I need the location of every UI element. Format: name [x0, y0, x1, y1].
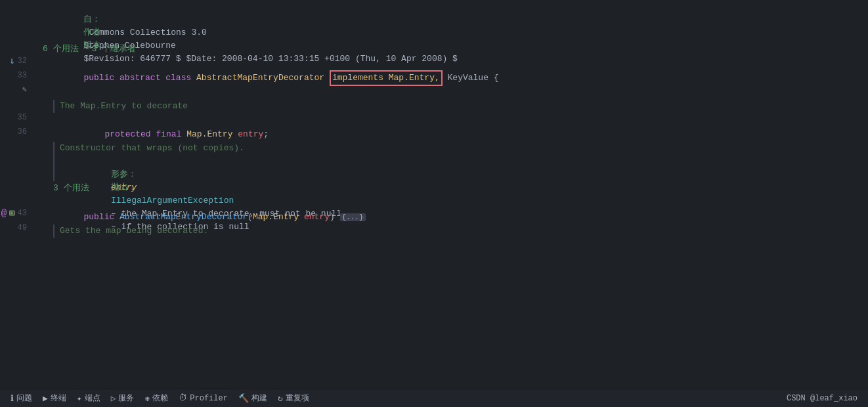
code-line-35: protected final Map.Entry entry;: [43, 113, 868, 127]
status-bar: ℹ 问题 ▶ 终端 ✦ 端点 ▷ 服务 ❋ 依赖 ⏱ Profiler 🔨 构建…: [0, 389, 868, 407]
dependencies-label: 依赖: [152, 393, 168, 404]
build-icon: 🔨: [238, 393, 249, 404]
duplicates-icon: ↻: [278, 393, 283, 404]
dependencies-icon: ❋: [144, 393, 150, 404]
doc-block-entry: The Map.Entry to decorate: [53, 100, 868, 113]
profiler-label: Profiler: [190, 394, 228, 403]
endpoints-label: 端点: [85, 393, 100, 404]
status-services[interactable]: ▷ 服务: [106, 389, 140, 408]
param-line-entry: 形参： entry – the Map.Entry to decorate, m…: [60, 155, 868, 168]
gutter-35: 35: [0, 110, 31, 125]
throws-line: 抛出： IllegalArgumentException – if the co…: [60, 168, 868, 181]
user-info: CSDN @leaf_xiao: [787, 394, 863, 403]
meta-author: 作者： Stephen Colebourne: [43, 13, 868, 26]
terminal-icon: ▶: [43, 393, 48, 404]
meta-from: 自： Commons Collections 3.0: [43, 0, 868, 13]
status-build[interactable]: 🔨 构建: [233, 389, 272, 408]
duplicates-label: 重复项: [286, 393, 309, 404]
pencil-icon: ✎: [22, 83, 27, 97]
status-problems[interactable]: ℹ 问题: [5, 389, 37, 408]
status-left: ℹ 问题 ▶ 终端 ✦ 端点 ▷ 服务 ❋ 依赖 ⏱ Profiler 🔨 构建…: [5, 389, 315, 408]
terminal-label: 终端: [51, 393, 66, 404]
services-label: 服务: [118, 393, 134, 404]
services-icon: ▷: [111, 393, 116, 404]
problems-label: 问题: [16, 393, 32, 404]
gutter-36: 36: [0, 125, 31, 139]
add-icon: ⊞: [9, 206, 14, 221]
endpoints-icon: ✦: [77, 393, 82, 404]
info-icon: ℹ: [11, 393, 14, 404]
doc-block-constructor: Constructor that wraps (not copies). 形参：…: [53, 142, 868, 181]
gutter-doc1: [0, 97, 31, 110]
status-duplicates[interactable]: ↻ 重复项: [272, 389, 315, 408]
gutter-43: @ ⊞ 43: [0, 206, 31, 221]
highlight-implements: implements Map.Entry,: [330, 70, 443, 86]
gutter-32: ⇓ 32: [0, 54, 31, 68]
profiler-icon: ⏱: [179, 393, 187, 403]
line-gutter: ⇓ 32 33 ✎ 35 36: [0, 0, 36, 389]
gutter-49: 49: [0, 221, 31, 235]
arrow-down-icon: ⇓: [9, 54, 14, 68]
status-endpoints[interactable]: ✦ 端点: [72, 389, 106, 408]
build-label: 构建: [251, 393, 267, 404]
status-profiler[interactable]: ⏱ Profiler: [173, 389, 233, 408]
gutter-33: 33: [0, 68, 31, 83]
at-icon: @: [1, 206, 7, 221]
spacer-pencil: [43, 85, 868, 100]
status-dependencies[interactable]: ❋ 依赖: [139, 389, 173, 408]
editor-area: ⇓ 32 33 ✎ 35 36: [0, 0, 868, 389]
usage-bar-2: 3 个用法: [43, 181, 868, 196]
code-container: ⇓ 32 33 ✎ 35 36: [0, 0, 868, 389]
gutter-pencil: ✎: [0, 83, 31, 97]
code-content: 自： Commons Collections 3.0 作者： Stephen C…: [36, 0, 868, 389]
doc-block-next: Gets the map being decorated.: [53, 225, 868, 238]
status-terminal[interactable]: ▶ 终端: [37, 389, 72, 408]
